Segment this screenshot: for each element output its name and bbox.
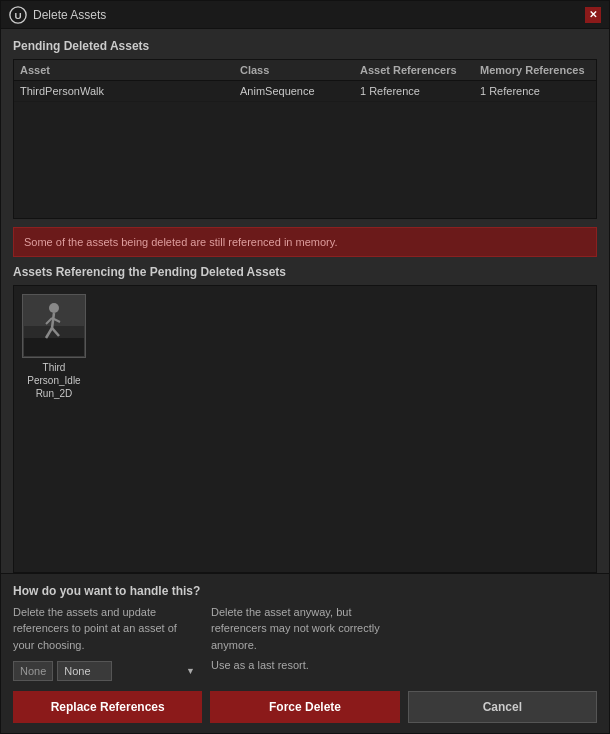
dropdown-label: None (13, 661, 53, 681)
dialog-window: U Delete Assets ✕ Pending Deleted Assets… (0, 0, 610, 734)
pending-assets-table: Asset Class Asset Referencers Memory Ref… (13, 59, 597, 219)
svg-rect-4 (24, 338, 84, 356)
col1-text: Delete the assets and update referencers… (13, 604, 201, 654)
col-asset-refs: Asset Referencers (360, 64, 480, 76)
svg-point-5 (49, 303, 59, 313)
main-content: Pending Deleted Assets Asset Class Asset… (1, 29, 609, 573)
referencing-section: Assets Referencing the Pending Deleted A… (13, 265, 597, 285)
force-delete-button[interactable]: Force Delete (210, 691, 399, 723)
bottom-columns: Delete the assets and update referencers… (13, 604, 597, 682)
assets-area: ThirdPerson_IdleRun_2D (13, 285, 597, 573)
titlebar: U Delete Assets ✕ (1, 1, 609, 29)
asset-dropdown[interactable]: None (57, 661, 112, 681)
ue-logo-icon: U (9, 6, 27, 24)
referencing-title: Assets Referencing the Pending Deleted A… (13, 265, 597, 279)
dropdown-arrow-icon: ▼ (186, 666, 195, 676)
warning-text: Some of the assets being deleted are sti… (24, 236, 337, 248)
cell-asset-name: ThirdPersonWalk (20, 85, 240, 97)
how-title: How do you want to handle this? (13, 584, 597, 598)
bottom-panel: How do you want to handle this? Delete t… (1, 573, 609, 734)
bottom-col-1: Delete the assets and update referencers… (13, 604, 201, 682)
col-memory-refs: Memory References (480, 64, 597, 76)
dropdown-wrapper: None ▼ (57, 661, 201, 681)
buttons-row: Replace References Force Delete Cancel (13, 691, 597, 723)
asset-item[interactable]: ThirdPerson_IdleRun_2D (22, 294, 86, 400)
pending-assets-title: Pending Deleted Assets (13, 39, 597, 53)
cell-class: AnimSequence (240, 85, 360, 97)
cell-asset-refs: 1 Reference (360, 85, 480, 97)
cell-memory-refs: 1 Reference (480, 85, 597, 97)
titlebar-left: U Delete Assets (9, 6, 106, 24)
asset-thumbnail (22, 294, 86, 358)
replace-references-button[interactable]: Replace References (13, 691, 202, 723)
svg-text:U: U (14, 9, 21, 20)
table-row: ThirdPersonWalk AnimSequence 1 Reference… (14, 81, 596, 102)
col2-text: Delete the asset anyway, but referencers… (211, 604, 399, 654)
col-asset: Asset (20, 64, 240, 76)
close-button[interactable]: ✕ (585, 7, 601, 23)
bottom-col-3 (409, 604, 597, 682)
asset-label: ThirdPerson_IdleRun_2D (27, 361, 80, 400)
table-header: Asset Class Asset Referencers Memory Ref… (14, 60, 596, 81)
bottom-col-2: Delete the asset anyway, but referencers… (211, 604, 399, 682)
warning-bar: Some of the assets being deleted are sti… (13, 227, 597, 257)
cancel-button[interactable]: Cancel (408, 691, 597, 723)
assets-grid: ThirdPerson_IdleRun_2D (14, 286, 596, 572)
last-resort-text: Use as a last resort. (211, 659, 399, 671)
dropdown-row: None None ▼ (13, 661, 201, 681)
thumbnail-image (24, 296, 84, 356)
col-class: Class (240, 64, 360, 76)
dialog-title: Delete Assets (33, 8, 106, 22)
